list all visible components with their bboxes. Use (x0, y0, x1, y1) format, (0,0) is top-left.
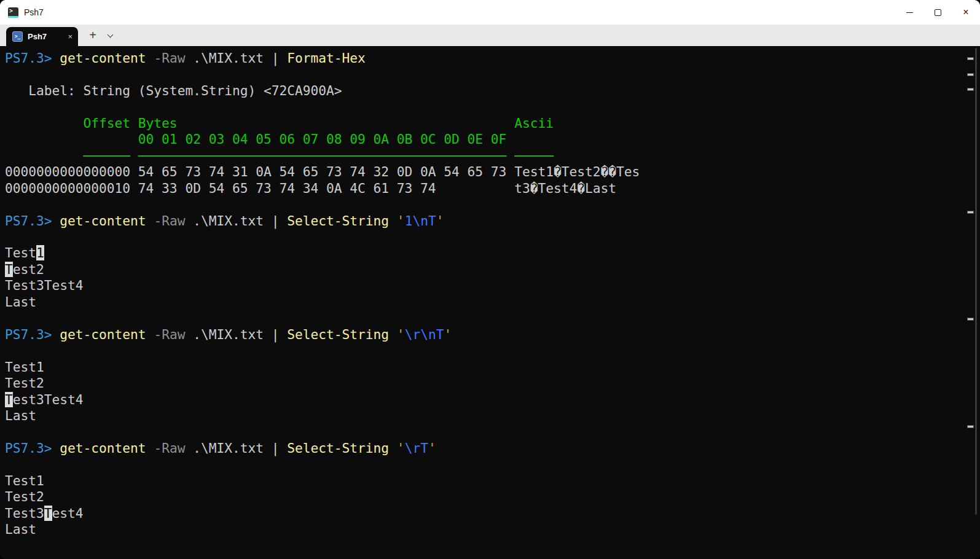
text-segment: Format-Hex (287, 50, 366, 66)
text-segment: Test1 (5, 359, 44, 375)
text-segment: -Raw (154, 327, 185, 342)
text-segment: Last (5, 294, 36, 310)
text-segment: PS7.3> (5, 50, 52, 66)
maximize-icon (935, 9, 941, 16)
text-segment: ' (397, 327, 405, 342)
text-segment: 00 01 02 03 04 05 06 07 08 09 0A 0B 0C 0… (5, 131, 506, 147)
powershell-icon: >_ (12, 31, 23, 42)
text-segment (389, 213, 397, 229)
text-segment: 1\nT (405, 213, 436, 229)
text-segment: .\MIX.txt | (185, 213, 287, 229)
text-segment: Last (5, 522, 36, 537)
terminal-line (5, 343, 980, 359)
text-segment: Select-String (287, 213, 389, 229)
tab-bar: >_ Psh7 × + (0, 25, 980, 46)
text-segment: Test3Test4 (5, 278, 84, 293)
terminal-line: Last (5, 408, 980, 424)
terminal-line: Test2 (5, 489, 980, 505)
terminal-line: Test3Test4 (5, 506, 980, 522)
text-segment: get-content (60, 327, 146, 342)
text-segment: PS7.3> (5, 327, 52, 342)
text-segment (146, 440, 154, 456)
scrollbar-mark (967, 318, 974, 321)
text-segment: \r\nT (405, 327, 444, 342)
scrollbar-mark (967, 211, 974, 214)
text-segment: Label: String (System.String) <72CA900A> (5, 83, 342, 98)
minimize-button[interactable] (895, 0, 923, 25)
maximize-button[interactable] (923, 0, 952, 25)
text-segment: get-content (60, 50, 146, 66)
text-segment: -Raw (154, 440, 185, 456)
text-segment (52, 440, 60, 456)
text-segment (146, 213, 154, 229)
terminal-line: Last (5, 522, 980, 538)
terminal-screen[interactable]: PS7.3> get-content -Raw .\MIX.txt | Form… (0, 46, 980, 559)
text-segment (52, 213, 60, 229)
text-segment: est3Test4 (13, 392, 84, 407)
terminal-line: 0000000000000000 54 65 73 74 31 0A 54 65… (5, 164, 980, 180)
terminal-line: PS7.3> get-content -Raw .\MIX.txt | Form… (5, 50, 980, 66)
close-button[interactable]: × (952, 0, 980, 25)
text-segment: Test2 (5, 375, 44, 391)
text-segment: 0000000000000010 74 33 0D 54 65 73 74 34… (5, 181, 616, 196)
terminal-line: Label: String (System.String) <72CA900A> (5, 83, 980, 99)
text-segment (389, 327, 397, 342)
scrollbar-thumb[interactable] (975, 48, 977, 515)
window-title: Psh7 (24, 7, 44, 17)
tab-dropdown-button[interactable] (103, 25, 117, 46)
terminal-line: Test2 (5, 262, 980, 278)
text-segment (52, 50, 60, 66)
text-segment: Test (5, 245, 36, 260)
terminal-line: 0000000000000010 74 33 0D 54 65 73 74 34… (5, 181, 980, 197)
terminal-window: > Psh7 × >_ Psh7 × + PS7.3> get-content (0, 0, 980, 559)
text-segment: Select-String (287, 440, 389, 456)
terminal-line (5, 310, 980, 326)
scrollbar-mark (967, 88, 974, 91)
terminal-app-icon: > (8, 7, 18, 18)
close-icon: × (963, 7, 968, 17)
tab-label: Psh7 (28, 32, 47, 41)
text-segment: ' (436, 213, 444, 229)
text-segment: Offset Bytes Ascii (5, 115, 554, 131)
terminal-line: Test3Test4 (5, 278, 980, 294)
text-segment: T (5, 392, 13, 407)
terminal-line: PS7.3> get-content -Raw .\MIX.txt | Sele… (5, 440, 980, 456)
scrollbar-mark (967, 57, 974, 60)
text-segment: .\MIX.txt | (185, 50, 287, 66)
text-segment: est2 (13, 262, 44, 277)
scrollbar-mark (967, 73, 974, 76)
text-segment: T (5, 262, 13, 277)
terminal-line: Offset Bytes Ascii (5, 115, 980, 131)
terminal-line: Test2 (5, 375, 980, 391)
chevron-down-icon (107, 31, 113, 37)
text-segment: .\MIX.txt | (185, 327, 287, 342)
terminal-line: Test1 (5, 245, 980, 261)
text-segment: get-content (60, 213, 146, 229)
terminal-line: Test1 (5, 473, 980, 489)
text-segment: -Raw (154, 50, 185, 66)
terminal-line: PS7.3> get-content -Raw .\MIX.txt | Sele… (5, 213, 980, 229)
text-segment: 1 (36, 245, 44, 260)
terminal-line (5, 99, 980, 115)
terminal-lines: PS7.3> get-content -Raw .\MIX.txt | Form… (0, 46, 980, 538)
text-segment: PS7.3> (5, 440, 52, 456)
new-tab-button[interactable]: + (85, 25, 101, 46)
terminal-line: Test3Test4 (5, 392, 980, 408)
terminal-line: Last (5, 294, 980, 310)
text-segment: ────── ─────────────────────────────────… (5, 148, 554, 163)
terminal-icon-glyph: > (9, 7, 13, 15)
tab-psh7[interactable]: >_ Psh7 × (6, 27, 78, 46)
window-controls: × (895, 0, 980, 25)
text-segment: Select-String (287, 327, 389, 342)
text-segment: Test1 (5, 473, 44, 488)
text-segment (52, 327, 60, 342)
titlebar[interactable]: > Psh7 × (0, 0, 980, 25)
terminal-line: PS7.3> get-content -Raw .\MIX.txt | Sele… (5, 327, 980, 343)
tab-close-icon[interactable]: × (68, 33, 73, 41)
text-segment: ' (397, 440, 405, 456)
text-segment: Test3 (5, 506, 44, 521)
minimize-icon (906, 12, 913, 13)
text-segment: 0000000000000000 54 65 73 74 31 0A 54 65… (5, 164, 640, 179)
text-segment: PS7.3> (5, 213, 52, 229)
text-segment: Last (5, 408, 36, 423)
